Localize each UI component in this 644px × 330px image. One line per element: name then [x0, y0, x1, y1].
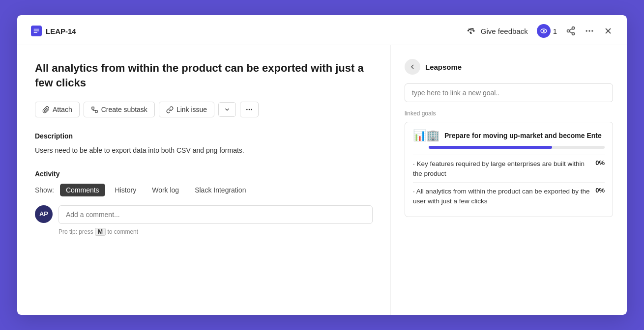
share-button[interactable] [566, 26, 576, 36]
action-bar: Attach Create subtask [35, 102, 373, 117]
comment-row: AP [35, 205, 373, 224]
svg-rect-12 [92, 107, 94, 109]
svg-point-3 [567, 30, 570, 32]
activity-label: Activity [35, 170, 373, 178]
give-feedback-label: Give feedback [481, 27, 528, 35]
ellipsis-icon [585, 26, 594, 36]
pro-tip-text: Pro tip: press [59, 228, 93, 235]
modal-header: LEAP-14 Give feedback 1 [17, 15, 627, 45]
linked-goals-label: linked goals [405, 110, 613, 117]
link-issue-button[interactable]: Link issue [159, 102, 214, 117]
tab-slack[interactable]: Slack Integration [189, 184, 252, 196]
svg-point-16 [251, 109, 252, 110]
header-right: Give feedback 1 [467, 24, 613, 38]
pro-tip-suffix: to comment [107, 228, 138, 235]
svg-line-5 [569, 31, 572, 33]
show-bar: Show: Comments History Work log Slack In… [35, 184, 373, 196]
avatar: AP [35, 205, 53, 223]
goal-card-header: 📊🏢 Prepare for moving up-market and beco… [413, 129, 605, 142]
watch-icon-circle [537, 24, 551, 38]
goal-item-1: · All analytics from within the product … [413, 182, 605, 210]
goal-item-pct-1: 0% [595, 187, 605, 194]
back-button[interactable] [405, 59, 420, 75]
modal-container: LEAP-14 Give feedback 1 [17, 15, 627, 315]
attach-icon [42, 106, 50, 113]
chevron-down-icon [224, 106, 231, 113]
ticket-id: LEAP-14 [46, 27, 76, 35]
action-more-button[interactable] [240, 102, 259, 117]
svg-point-8 [588, 30, 590, 31]
pro-tip: Pro tip: press M to comment [59, 228, 373, 236]
attach-label: Attach [53, 106, 72, 113]
page-background: LEAP-14 Give feedback 1 [0, 0, 644, 330]
dropdown-button[interactable] [218, 102, 236, 117]
goal-item-0: · Key features required by large enterpr… [413, 155, 605, 182]
description-text: Users need to be able to export data int… [35, 145, 373, 156]
pro-tip-key: M [95, 228, 106, 236]
svg-point-14 [246, 109, 248, 110]
svg-rect-13 [95, 110, 97, 112]
svg-point-1 [543, 30, 545, 32]
eye-icon [540, 27, 548, 35]
tab-worklog[interactable]: Work log [146, 184, 185, 196]
more-options-button[interactable] [585, 26, 594, 36]
svg-line-6 [569, 28, 572, 30]
close-icon [603, 26, 613, 36]
svg-point-9 [591, 30, 593, 31]
activity-section: Activity Show: Comments History Work log… [35, 170, 373, 236]
link-icon [166, 106, 174, 113]
header-left: LEAP-14 [31, 26, 76, 36]
description-section: Description Users need to be able to exp… [35, 132, 373, 156]
modal-body: All analytics from within the product ca… [17, 45, 627, 315]
goal-progress-fill [429, 146, 552, 149]
action-ellipsis-icon [245, 106, 253, 113]
subtask-icon [91, 106, 98, 113]
goal-item-text-1: · All analytics from within the product … [413, 187, 591, 206]
goal-progress-bar [429, 146, 605, 149]
ticket-icon [31, 26, 42, 36]
goal-title: Prepare for moving up-market and become … [444, 132, 602, 139]
megaphone-icon [467, 26, 477, 36]
give-feedback-button[interactable]: Give feedback [467, 26, 528, 36]
tab-history[interactable]: History [109, 184, 143, 196]
create-subtask-button[interactable]: Create subtask [84, 102, 155, 117]
goal-item-pct-0: 0% [595, 159, 605, 166]
back-arrow-icon [409, 63, 416, 71]
svg-point-7 [586, 30, 587, 31]
description-label: Description [35, 132, 373, 140]
comment-input[interactable] [59, 205, 373, 224]
goal-card: 📊🏢 Prepare for moving up-market and beco… [405, 122, 613, 217]
svg-point-4 [572, 32, 575, 35]
close-button[interactable] [603, 26, 613, 36]
tab-comments[interactable]: Comments [60, 184, 105, 196]
back-label: Leapsome [425, 63, 462, 71]
svg-point-2 [572, 27, 575, 29]
right-panel: Leapsome linked goals 📊🏢 Prepare for mov… [391, 45, 627, 315]
show-label: Show: [35, 186, 54, 194]
attach-button[interactable]: Attach [35, 102, 80, 117]
goal-emoji: 📊🏢 [413, 129, 439, 142]
svg-point-15 [249, 109, 250, 110]
left-panel: All analytics from within the product ca… [17, 45, 391, 315]
share-icon [566, 26, 576, 36]
goal-item-text-0: · Key features required by large enterpr… [413, 159, 591, 178]
goal-search-input[interactable] [405, 83, 613, 102]
watch-count: 1 [553, 27, 557, 35]
link-issue-label: Link issue [176, 106, 207, 113]
back-row: Leapsome [405, 59, 613, 75]
watch-button[interactable]: 1 [537, 24, 557, 38]
issue-title: All analytics from within the product ca… [35, 61, 373, 90]
create-subtask-label: Create subtask [101, 106, 147, 113]
